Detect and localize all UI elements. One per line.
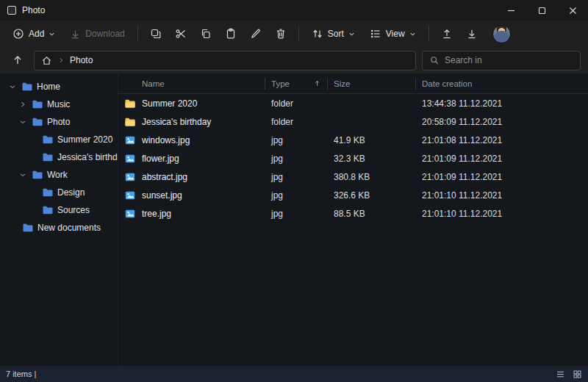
sidebar-item-jessicas-birthday[interactable]: Jessica's birthday [0,148,118,166]
file-date: 21:01:09 11.12.2021 [416,172,588,182]
table-row[interactable]: flower.jpg jpg 32.3 KB 21:01:09 11.12.20… [118,149,588,167]
cut-icon [175,28,187,40]
sidebar-item-label: Home [37,82,60,92]
view-button-label: View [386,29,405,39]
file-date: 21:01:10 11.12.2021 [416,209,588,219]
sidebar-item-new-documents[interactable]: New documents [0,219,118,237]
folder-icon [42,187,54,198]
maximize-icon [538,7,546,15]
sort-button[interactable]: Sort [305,23,362,45]
breadcrumb-item-photo[interactable]: Photo [70,55,93,65]
table-row[interactable]: tree.jpg jpg 88.5 KB 21:01:10 11.12.2021 [118,204,588,223]
search-icon [429,55,440,65]
table-row[interactable]: Summer 2020 folder 13:44:38 11.12.2021 [118,94,588,112]
folder-icon [32,98,43,110]
sidebar-item-photo[interactable]: Photo [0,113,118,131]
table-row[interactable]: sunset.jpg jpg 326.6 KB 21:01:10 11.12.2… [118,186,588,204]
sidebar-item-summer-2020[interactable]: Summer 2020 [0,131,118,148]
column-header-name[interactable]: Name [118,78,265,90]
file-size: 32.3 KB [328,154,416,164]
file-size: 88.5 KB [328,209,416,219]
toolbar: Add Download Sort [0,21,588,47]
breadcrumb[interactable]: Photo [34,51,416,71]
chevron-right-icon[interactable] [19,101,26,108]
image-file-icon [124,171,136,183]
titlebar: Photo [0,0,588,21]
file-type: folder [265,98,328,109]
column-header-size[interactable]: Size [328,78,416,90]
table-row[interactable]: windows.jpg jpg 41.9 KB 21:01:08 11.12.2… [118,131,588,149]
sidebar-item-label: Sources [57,205,90,215]
file-type: folder [265,117,328,127]
file-name: sunset.jpg [142,190,182,201]
delete-button[interactable] [269,23,293,45]
file-type: jpg [265,190,328,201]
search-box [422,51,581,71]
table-row[interactable]: Jessica's birthday folder 20:58:09 11.12… [118,112,588,131]
chevron-down-icon[interactable] [19,171,26,179]
download-tray-button[interactable] [460,23,484,45]
upload-tray-icon [441,28,453,40]
sidebar-item-label: Jessica's birthday [57,152,118,162]
chevron-down-icon [409,31,416,37]
toolbar-divider [298,26,299,41]
file-date: 21:01:08 11.12.2021 [416,135,588,145]
download-button[interactable]: Download [63,23,131,45]
file-list-panel: Name Type Size Date creation Summer 2020… [118,73,588,366]
status-bar: 7 items | [0,366,588,382]
main-body: Home Music Photo Summer 2020 Jessica's b [0,73,588,366]
table-header: Name Type Size Date creation [118,73,588,94]
navigate-up-button[interactable] [7,50,28,71]
close-button[interactable] [557,0,588,21]
sidebar-item-design[interactable]: Design [0,184,118,201]
grid-view-icon[interactable] [573,370,582,379]
view-icon [370,28,381,40]
maximize-button[interactable] [526,0,557,21]
file-name: abstract.jpg [142,172,187,182]
clone-button[interactable] [144,23,168,45]
file-name: flower.jpg [142,154,179,164]
sort-button-label: Sort [328,29,344,39]
paste-icon [225,28,237,40]
delete-icon [275,28,287,40]
cut-button[interactable] [169,23,193,45]
column-header-type[interactable]: Type [265,78,328,90]
search-input[interactable] [445,55,573,65]
column-header-date-creation[interactable]: Date creation [416,78,588,90]
file-size: 41.9 KB [328,135,416,145]
view-button[interactable]: View [363,23,423,45]
rename-button[interactable] [244,23,268,45]
up-arrow-icon [12,54,24,66]
chevron-down-icon[interactable] [19,118,26,126]
sidebar-item-label: New documents [37,223,101,233]
sidebar-item-music[interactable]: Music [0,96,118,113]
copy-button[interactable] [194,23,218,45]
file-type: jpg [265,172,328,182]
toolbar-divider [137,26,138,41]
image-file-icon [124,190,136,201]
items-count: 7 items | [6,370,36,378]
sidebar-item-work[interactable]: Work [0,166,118,184]
sidebar-item-sources[interactable]: Sources [0,201,118,219]
file-date: 13:44:38 11.12.2021 [416,98,588,109]
folder-icon [32,116,43,128]
details-view-icon[interactable] [556,370,565,379]
home-icon[interactable] [41,55,52,66]
file-date: 21:01:10 11.12.2021 [416,190,588,201]
paste-button[interactable] [219,23,243,45]
sidebar-item-label: Summer 2020 [57,134,112,145]
folder-icon [32,169,43,181]
file-date: 21:01:09 11.12.2021 [416,154,588,164]
folder-icon [124,116,136,128]
rename-icon [250,28,262,40]
table-row[interactable]: abstract.jpg jpg 380.8 KB 21:01:09 11.12… [118,167,588,186]
sidebar-item-label: Work [47,170,68,180]
sidebar-item-home[interactable]: Home [0,78,118,96]
sort-ascending-icon [313,79,321,87]
view-switcher [556,370,582,379]
add-button[interactable]: Add [6,23,62,45]
chevron-down-icon[interactable] [9,83,16,90]
user-avatar[interactable] [492,25,511,43]
minimize-button[interactable] [495,0,526,21]
upload-tray-button[interactable] [435,23,459,45]
